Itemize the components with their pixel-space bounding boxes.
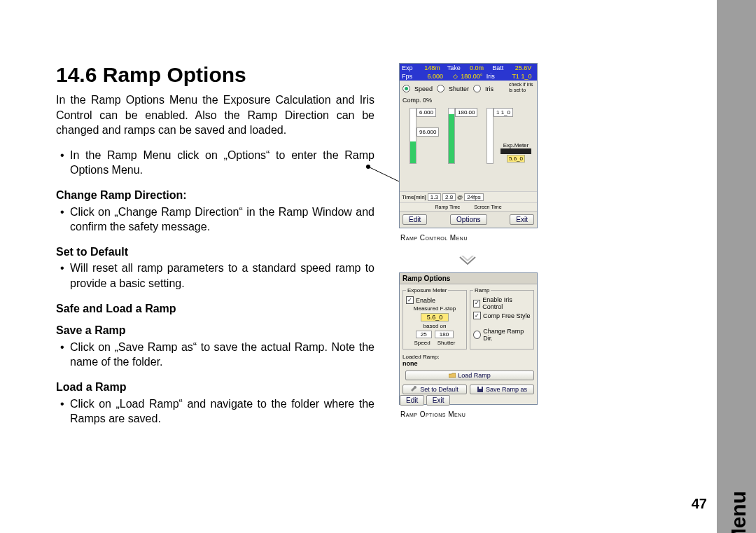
rcm-expmeter-label: Exp.Meter bbox=[500, 142, 531, 148]
body-text-column: In the Ramp Options Menu the Exposure Ca… bbox=[56, 92, 374, 427]
rom-ramp-group: Ramp ✓Enable Iris Control ✓Comp Free Sty… bbox=[470, 287, 534, 349]
bullet-save-ramp: Click on „Save Ramp as“ to save the actu… bbox=[56, 340, 374, 370]
bullet-load-ramp: Click on „Load Ramp“ and navigate to the… bbox=[56, 396, 374, 427]
rom-exposure-legend: Exposure Meter bbox=[406, 287, 448, 293]
intro-paragraph: In the Ramp Options Menu the Exposure Ca… bbox=[56, 92, 374, 138]
rom-title: Ramp Options bbox=[400, 273, 537, 284]
rcm-iris-note: check if iris is set to bbox=[509, 82, 534, 92]
rom-shutter-value[interactable]: 180 bbox=[435, 331, 454, 338]
rcm-iris-label2: Iris bbox=[485, 85, 493, 92]
rcm-exit-button[interactable]: Exit bbox=[510, 214, 534, 225]
heading-set-default: Set to Default bbox=[56, 244, 374, 260]
rcm-time-row: Time[min] 1.3 2.8 @ 24fps bbox=[400, 191, 537, 202]
rom-default-save-row: Set to Default Save Ramp as bbox=[400, 382, 537, 396]
rcm-slider1-value2[interactable]: 96.000 bbox=[416, 127, 439, 137]
heading-change-direction: Change Ramp Direction: bbox=[56, 188, 374, 203]
rcm-fps-label: Fps bbox=[402, 73, 425, 80]
rom-measured-label: Measured F-stop bbox=[406, 305, 463, 312]
rcm-slider3-value[interactable]: 1 1_0 bbox=[493, 108, 513, 117]
rom-change-dir-button[interactable]: Change Ramp Dir. bbox=[473, 328, 531, 342]
rcm-sliders: 6.000 180.00 1 1_0 96.000 Exp.Meter 5.6_… bbox=[402, 108, 534, 164]
rcm-exp-value: 148m bbox=[424, 64, 444, 71]
rcm-slider2-value[interactable]: 180.00 bbox=[455, 108, 477, 117]
side-tab-title: Ramp Control Menu bbox=[727, 491, 750, 533]
wrench-icon bbox=[411, 386, 418, 393]
document-page: Ramp Control Menu 47 14.6 Ramp Options I… bbox=[0, 0, 756, 533]
rcm-ramp-time[interactable]: 1.3 bbox=[428, 193, 441, 201]
rcm-options-button[interactable]: Options bbox=[450, 214, 486, 225]
rcm-time-sublabels: Ramp Time Screen Time bbox=[400, 202, 537, 211]
rcm-exp-label: Exp bbox=[402, 64, 421, 71]
page-number: 47 bbox=[692, 496, 707, 512]
rcm-exp-meter: Exp.Meter 5.6_0 bbox=[500, 142, 531, 162]
rom-comp-free-check[interactable]: ✓Comp Free Style bbox=[473, 312, 531, 319]
rcm-take-label: Take bbox=[447, 64, 467, 71]
rom-bottom-buttons: Edit Exit bbox=[400, 396, 537, 404]
rom-speed-value[interactable]: 25 bbox=[416, 331, 432, 338]
rom-ramp-legend: Ramp bbox=[473, 287, 491, 293]
bullet-change-direction: Click on „Change Ramp Direction“ in the … bbox=[56, 205, 374, 235]
save-icon bbox=[477, 386, 484, 393]
rcm-iris-label: Iris bbox=[486, 73, 510, 80]
figure-column: Exp 148m Take 0.0m Batt 25.6V Fps 6.000 … bbox=[399, 63, 553, 432]
rom-load-row: Load Ramp bbox=[400, 368, 537, 382]
rcm-time-label: Time[min] bbox=[402, 194, 426, 200]
rom-exposure-group: Exposure Meter ✓Enable Measured F-stop 5… bbox=[402, 287, 467, 349]
rom-enable-iris-check[interactable]: ✓Enable Iris Control bbox=[473, 296, 531, 310]
rcm-status-row2: Fps 6.000 ◇ 180.00° Iris T1 1_0 bbox=[400, 72, 537, 81]
rom-speed-shutter-pair: 25 180 bbox=[406, 331, 463, 338]
svg-rect-3 bbox=[479, 387, 482, 389]
side-tab: Ramp Control Menu bbox=[717, 0, 756, 533]
radio-shutter[interactable] bbox=[437, 85, 444, 92]
rom-based-label: based on bbox=[406, 323, 463, 329]
rom-enable-check[interactable]: ✓Enable bbox=[406, 296, 463, 304]
rcm-shutter-label: Shutter bbox=[449, 85, 469, 92]
rcm-expmeter-value: 5.6_0 bbox=[507, 155, 525, 162]
rom-groups: Exposure Meter ✓Enable Measured F-stop 5… bbox=[400, 284, 537, 352]
rcm-slider1-value[interactable]: 6.000 bbox=[416, 108, 436, 117]
bullet-options: In the Ramp Menu click on „Options“ to e… bbox=[56, 148, 374, 178]
rcm-fps-value: 6.000 bbox=[428, 73, 451, 80]
chevron-down-icon bbox=[399, 256, 536, 268]
caption-ramp-options: Ramp Options Menu bbox=[400, 410, 553, 418]
rcm-t-value: T1 1_0 bbox=[512, 73, 535, 80]
rcm-screen-time[interactable]: 2.8 bbox=[442, 193, 456, 201]
rcm-comp: Comp. 0% bbox=[402, 97, 534, 104]
rom-loaded-label: Loaded Ramp: bbox=[402, 354, 534, 360]
heading-save-ramp: Save a Ramp bbox=[56, 323, 374, 338]
rcm-main-area: Speed Shutter Iris check if iris is set … bbox=[400, 81, 537, 191]
rcm-speed-label: Speed bbox=[414, 85, 433, 92]
folder-open-icon bbox=[449, 372, 456, 379]
rcm-take-value: 0.0m bbox=[470, 64, 489, 71]
rcm-bottom-buttons: Edit Options Exit bbox=[400, 211, 537, 228]
rom-load-button[interactable]: Load Ramp bbox=[405, 371, 534, 380]
rcm-edit-button[interactable]: Edit bbox=[402, 214, 427, 225]
rcm-shutter-value: 180.00° bbox=[461, 73, 484, 80]
rom-save-button[interactable]: Save Ramp as bbox=[470, 385, 534, 394]
heading-load-ramp: Load a Ramp bbox=[56, 380, 374, 395]
heading-safe-load: Safe and Load a Ramp bbox=[56, 301, 374, 317]
rom-loaded-value: none bbox=[402, 360, 534, 367]
caption-ramp-control: Ramp Control Menu bbox=[400, 234, 553, 242]
screenshot-ramp-options-menu: Ramp Options Exposure Meter ✓Enable Meas… bbox=[399, 272, 538, 405]
radio-speed[interactable] bbox=[402, 85, 410, 92]
rcm-batt-label: Batt bbox=[492, 64, 512, 71]
screenshot-ramp-control-menu: Exp 148m Take 0.0m Batt 25.6V Fps 6.000 … bbox=[399, 63, 538, 228]
rom-edit-button[interactable]: Edit bbox=[400, 395, 424, 406]
rcm-at-fps[interactable]: 24fps bbox=[464, 193, 484, 201]
rom-loaded-ramp: Loaded Ramp: none bbox=[400, 352, 537, 368]
rcm-batt-value: 25.6V bbox=[515, 64, 535, 71]
bullet-set-default: Will reset all ramp parameters to a stan… bbox=[56, 261, 374, 291]
rom-default-button[interactable]: Set to Default bbox=[402, 385, 467, 394]
rom-exit-button[interactable]: Exit bbox=[426, 395, 451, 406]
rom-fstop-value: 5.6_0 bbox=[421, 313, 449, 321]
radio-iris[interactable] bbox=[473, 85, 481, 92]
rcm-status-row1: Exp 148m Take 0.0m Batt 25.6V bbox=[400, 64, 537, 72]
